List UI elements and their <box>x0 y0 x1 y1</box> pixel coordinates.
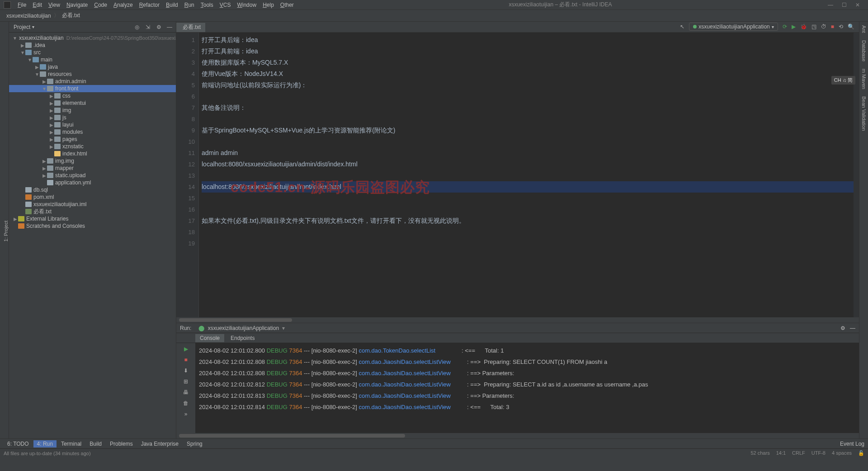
tree-node[interactable]: ▶admin.admin <box>9 78 176 85</box>
menu-code[interactable]: Code <box>91 2 110 8</box>
tree-node[interactable]: ▶External Libraries <box>9 215 176 222</box>
code-line[interactable]: 使用数据库版本：MySQL5.7.X <box>202 57 854 68</box>
code-line[interactable] <box>202 113 854 125</box>
build-icon[interactable]: ⟳ <box>783 24 787 30</box>
bottom-tab[interactable]: 4: Run <box>33 440 57 447</box>
menu-tools[interactable]: Tools <box>198 2 217 8</box>
code-line[interactable] <box>202 226 854 238</box>
tree-node[interactable]: ▶.idea <box>9 42 176 49</box>
menu-navigate[interactable]: Navigate <box>63 2 91 8</box>
menu-window[interactable]: Window <box>234 2 259 8</box>
bottom-tab[interactable]: Problems <box>106 440 137 447</box>
search-icon[interactable]: 🔍 <box>848 24 854 30</box>
tool-project[interactable]: 1: Project <box>3 219 9 243</box>
tree-node[interactable]: xsxuexiziliaotuijian.iml <box>9 201 176 208</box>
code-line[interactable]: 如果本文件(必看.txt),同级目录文件夹下有说明文档.txt文件，请打开看下，… <box>202 215 854 226</box>
bottom-tab[interactable]: Terminal <box>57 440 85 447</box>
tree-node[interactable]: Scratches and Consoles <box>9 222 176 230</box>
run-trash-icon[interactable]: 🗑 <box>182 399 190 407</box>
code-line[interactable]: localhost:8080/xsxuexiziliaotuijian/fron… <box>202 181 854 193</box>
run-layout-icon[interactable]: ⊞ <box>182 377 190 386</box>
code-line[interactable] <box>202 238 854 249</box>
code-line[interactable] <box>202 136 854 147</box>
run-gear-icon[interactable]: ⚙ <box>840 325 845 331</box>
code-line[interactable]: 打开工具后端：idea <box>202 34 854 46</box>
tree-node[interactable]: application.yml <box>9 179 176 186</box>
tree-node[interactable]: ▶modules <box>9 128 176 136</box>
menu-build[interactable]: Build <box>163 2 181 8</box>
bottom-tab[interactable]: Spring <box>183 440 206 447</box>
code-line[interactable]: 其他备注说明： <box>202 102 854 113</box>
update-icon[interactable]: ⟲ <box>839 24 843 30</box>
tree-node[interactable]: ▶js <box>9 114 176 121</box>
minimize-button[interactable]: — <box>824 2 837 8</box>
run-hide-icon[interactable]: — <box>850 325 855 331</box>
run-config-combo[interactable]: xsxuexiziliaotuijianApplication ▾ <box>689 23 778 31</box>
subtab-console[interactable]: Console <box>195 334 224 342</box>
project-view-combo[interactable]: Project ▾ <box>11 24 37 30</box>
editor-tab-file[interactable]: 必看.txt <box>176 22 205 32</box>
code-line[interactable] <box>202 170 854 181</box>
menu-run[interactable]: Run <box>181 2 198 8</box>
tree-node[interactable]: pom.xml <box>9 193 176 201</box>
tree-node[interactable]: ▼src <box>9 49 176 56</box>
tree-node[interactable]: ▶css <box>9 92 176 99</box>
menu-other[interactable]: Other <box>277 2 297 8</box>
expand-icon[interactable]: ⇲ <box>144 24 151 31</box>
gear-icon[interactable]: ⚙ <box>155 24 162 31</box>
debug-icon[interactable]: 🐞 <box>800 24 807 30</box>
menu-file[interactable]: File <box>14 2 29 8</box>
tree-node[interactable]: ▶img.img <box>9 157 176 165</box>
hide-icon[interactable]: — <box>166 24 173 31</box>
editor-area[interactable]: 12345678910111213141516171819 code51.cn-… <box>176 33 859 317</box>
tree-node[interactable]: ▼resources <box>9 71 176 78</box>
tool-database[interactable]: Database <box>861 38 867 63</box>
tree-node[interactable]: index.html <box>9 150 176 157</box>
code-line[interactable] <box>202 91 854 102</box>
code-line[interactable]: admin admin <box>202 147 854 159</box>
coverage-icon[interactable]: ◳ <box>811 24 816 30</box>
menu-help[interactable]: Help <box>259 2 277 8</box>
stop-icon[interactable]: ■ <box>831 24 834 30</box>
menu-view[interactable]: View <box>45 2 63 8</box>
status-crlf[interactable]: CRLF <box>792 450 805 456</box>
code-line[interactable]: 前端访问地址(以前段实际运行为准)： <box>202 80 854 91</box>
tree-node[interactable]: ▼xsxuexiziliaotuijianD:\releaseComp\24-0… <box>9 34 176 42</box>
code-line[interactable] <box>202 193 854 204</box>
code-line[interactable]: 打开工具前端：idea <box>202 46 854 57</box>
code-line[interactable] <box>202 204 854 215</box>
crumb-file[interactable]: 必看.txt <box>59 11 83 20</box>
tree-node[interactable]: ▶static.upload <box>9 172 176 179</box>
tree-node[interactable]: ▶java <box>9 63 176 71</box>
code-line[interactable]: 基于SpringBoot+MySQL+SSM+Vue.js的上学习资源智能推荐(… <box>202 125 854 136</box>
target-icon[interactable]: ◎ <box>133 24 141 31</box>
menu-vcs[interactable]: VCS <box>217 2 234 8</box>
menu-analyze[interactable]: Analyze <box>110 2 136 8</box>
tree-node[interactable]: 必看.txt <box>9 208 176 215</box>
close-button[interactable]: ✕ <box>851 2 864 8</box>
menu-edit[interactable]: Edit <box>29 2 45 8</box>
tool-bean-validation[interactable]: Bean Validation <box>861 94 867 132</box>
bottom-tab[interactable]: Build <box>86 440 105 447</box>
tree-node[interactable]: ▶pages <box>9 136 176 143</box>
tree-node[interactable]: ▶mapper <box>9 165 176 172</box>
code-area[interactable]: code51.cn-源码乐园盗图必究 打开工具后端：idea打开工具前端：ide… <box>199 33 854 317</box>
profile-icon[interactable]: ⏱ <box>821 24 826 30</box>
tree-node[interactable]: ▶img <box>9 107 176 114</box>
tool-maven[interactable]: m Maven <box>861 67 867 91</box>
stop-icon[interactable]: ■ <box>182 356 190 364</box>
run-exit-icon[interactable]: » <box>182 410 190 418</box>
code-line[interactable]: localhost:8080/xsxuexiziliaotuijian/admi… <box>202 159 854 170</box>
back-icon[interactable]: ↖ <box>680 24 684 30</box>
editor-scroll-h[interactable] <box>176 317 859 323</box>
crumb-project[interactable]: xsxuexiziliaotuijian <box>4 12 54 20</box>
tree-node[interactable]: ▶elementui <box>9 99 176 107</box>
maximize-button[interactable]: ☐ <box>837 2 851 8</box>
tree-node[interactable]: ▶xznstatic <box>9 143 176 150</box>
run-tab-name[interactable]: ⬤ xsxuexiziliaotuijianApplication ▾ <box>195 324 288 332</box>
status-indent[interactable]: 4 spaces <box>832 450 852 456</box>
menu-refactor[interactable]: Refactor <box>136 2 163 8</box>
console-output[interactable]: 2024-08-02 12:01:02.800 DEBUG 7364 --- [… <box>195 343 859 433</box>
tree-node[interactable]: ▼main <box>9 56 176 63</box>
code-line[interactable]: 使用Vue版本：NodeJsV14.X <box>202 68 854 80</box>
